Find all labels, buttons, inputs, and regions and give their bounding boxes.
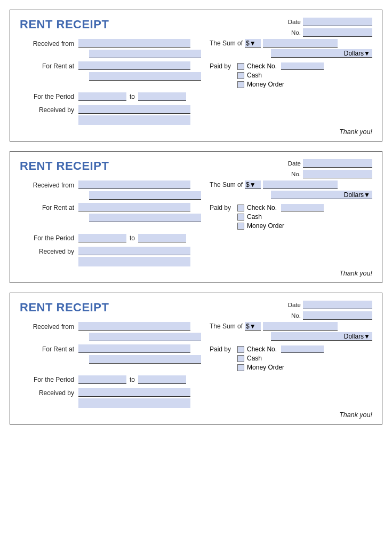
date-no-block-3: Date No.	[284, 301, 372, 322]
receipt-title-1: RENT RECEIPT	[20, 18, 109, 32]
period-to-input-2[interactable]	[138, 234, 186, 242]
date-label-2: Date	[284, 160, 301, 167]
received-by-input1-2[interactable]	[78, 247, 190, 255]
received-by-input1-3[interactable]	[78, 388, 190, 397]
cash-label-1: Cash	[247, 72, 262, 79]
currency-select-3[interactable]: $▼	[245, 322, 261, 331]
received-by-input2-3[interactable]	[78, 398, 190, 408]
receipt-title-2: RENT RECEIPT	[20, 159, 109, 173]
money-order-label-1: Money Order	[247, 81, 284, 88]
no-input-2[interactable]	[303, 170, 372, 178]
check-no-input-2[interactable]	[281, 204, 324, 211]
received-from-input-1[interactable]	[78, 39, 190, 48]
no-label-2: No.	[284, 171, 301, 177]
money-order-checkbox-1[interactable]	[237, 81, 244, 88]
received-by-input1-1[interactable]	[78, 105, 190, 114]
no-label-3: No.	[284, 312, 301, 319]
date-label-3: Date	[284, 302, 301, 308]
period-from-input-3[interactable]	[78, 375, 126, 384]
received-from-line2-3[interactable]	[89, 333, 201, 341]
check-no-checkbox-2[interactable]	[237, 205, 244, 211]
thank-you-1: Thank you!	[20, 128, 372, 136]
date-label-1: Date	[284, 19, 301, 25]
money-order-checkbox-3[interactable]	[237, 364, 244, 371]
cash-label-2: Cash	[247, 213, 262, 221]
to-label-2: to	[130, 234, 135, 242]
receipt-container: RENT RECEIPT Date No. Received from	[10, 10, 382, 425]
for-rent-label-2: For Rent at	[20, 203, 78, 211]
period-label-3: For the Period	[20, 375, 78, 383]
cash-checkbox-2[interactable]	[237, 214, 244, 221]
date-input-3[interactable]	[303, 301, 372, 309]
for-rent-input2-1[interactable]	[89, 72, 201, 81]
no-input-1[interactable]	[303, 28, 372, 37]
date-no-block-1: Date No.	[284, 18, 372, 39]
period-label-1: For the Period	[20, 92, 78, 100]
check-no-input-1[interactable]	[281, 62, 324, 70]
for-rent-label-1: For Rent at	[20, 61, 78, 70]
check-no-label-3: Check No.	[247, 345, 277, 353]
money-order-label-2: Money Order	[247, 222, 284, 230]
for-rent-input1-3[interactable]	[78, 344, 190, 353]
for-rent-label-3: For Rent at	[20, 344, 78, 353]
received-from-line2-2[interactable]	[89, 191, 201, 200]
for-rent-input2-3[interactable]	[89, 355, 201, 364]
dollars-select-3[interactable]: Dollars▼	[271, 332, 372, 341]
receipt-title-3: RENT RECEIPT	[20, 301, 109, 315]
received-by-label-2: Received by	[20, 247, 78, 255]
currency-select-1[interactable]: $▼	[245, 39, 261, 48]
paid-by-label-3: Paid by	[210, 345, 231, 353]
no-input-3[interactable]	[303, 311, 372, 320]
receipt-1: RENT RECEIPT Date No. Received from	[10, 10, 382, 142]
dollars-select-2[interactable]: Dollars▼	[271, 191, 372, 199]
thank-you-2: Thank you!	[20, 270, 372, 277]
date-input-1[interactable]	[303, 18, 372, 26]
money-order-checkbox-2[interactable]	[237, 223, 244, 230]
received-by-label-3: Received by	[20, 388, 78, 397]
received-from-input-2[interactable]	[78, 180, 190, 189]
period-to-input-1[interactable]	[138, 92, 186, 101]
for-rent-input1-2[interactable]	[78, 203, 190, 211]
cash-label-3: Cash	[247, 355, 262, 362]
check-no-input-3[interactable]	[281, 345, 324, 353]
sum-input-3[interactable]	[263, 322, 338, 331]
period-to-input-3[interactable]	[138, 375, 186, 384]
cash-checkbox-1[interactable]	[237, 72, 244, 79]
to-label-3: to	[130, 376, 135, 383]
to-label-1: to	[130, 93, 135, 100]
period-from-input-2[interactable]	[78, 234, 126, 242]
sum-input-2[interactable]	[263, 180, 338, 189]
received-from-input-3[interactable]	[78, 322, 190, 331]
check-no-label-2: Check No.	[247, 204, 277, 211]
check-no-checkbox-3[interactable]	[237, 346, 244, 353]
receipt-3: RENT RECEIPT Date No. Received from	[10, 293, 382, 425]
sum-label-1: The Sum of	[210, 40, 243, 47]
thank-you-3: Thank you!	[20, 411, 372, 419]
received-from-label-3: Received from	[20, 322, 78, 331]
check-no-checkbox-1[interactable]	[237, 63, 244, 70]
check-no-label-1: Check No.	[247, 62, 277, 70]
receipt-2: RENT RECEIPT Date No. Received from	[10, 151, 382, 283]
for-rent-input2-2[interactable]	[89, 214, 201, 222]
received-from-label-2: Received from	[20, 180, 78, 189]
received-from-label-1: Received from	[20, 39, 78, 48]
sum-label-3: The Sum of	[210, 323, 243, 330]
no-label-1: No.	[284, 29, 301, 36]
dollars-select-1[interactable]: Dollars▼	[271, 49, 372, 58]
received-by-input2-1[interactable]	[78, 115, 190, 125]
sum-label-2: The Sum of	[210, 181, 243, 188]
period-from-input-1[interactable]	[78, 92, 126, 101]
date-no-block-2: Date No.	[284, 159, 372, 180]
received-by-input2-2[interactable]	[78, 257, 190, 266]
currency-select-2[interactable]: $▼	[245, 180, 261, 189]
paid-by-label-2: Paid by	[210, 204, 231, 211]
period-label-2: For the Period	[20, 233, 78, 242]
received-from-line2-1[interactable]	[89, 50, 201, 58]
date-input-2[interactable]	[303, 159, 372, 168]
paid-by-label-1: Paid by	[210, 62, 231, 70]
for-rent-input1-1[interactable]	[78, 61, 190, 70]
sum-input-1[interactable]	[263, 39, 338, 48]
money-order-label-3: Money Order	[247, 364, 284, 371]
cash-checkbox-3[interactable]	[237, 355, 244, 362]
received-by-label-1: Received by	[20, 105, 78, 114]
